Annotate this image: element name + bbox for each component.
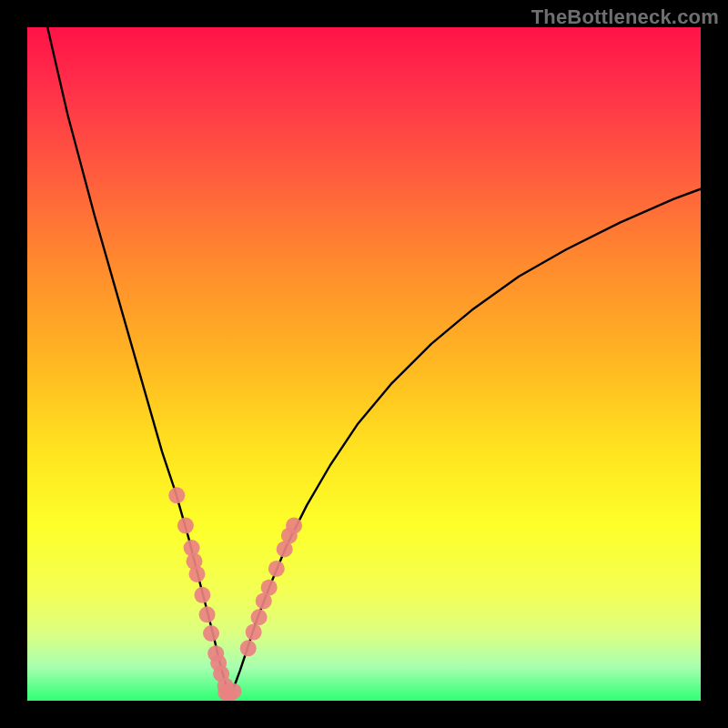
plot-area	[27, 27, 701, 701]
point-points-right	[246, 624, 262, 641]
point-points-left	[188, 566, 205, 582]
point-points-left	[194, 587, 210, 603]
chart-svg	[27, 27, 701, 701]
chart-container: TheBottleneck.com	[0, 0, 728, 728]
point-points-left	[184, 540, 200, 556]
point-points-left	[199, 606, 216, 622]
point-points-right	[251, 609, 268, 625]
watermark-text: TheBottleneck.com	[531, 5, 719, 29]
point-points-right	[286, 518, 302, 534]
point-points-left	[168, 487, 185, 503]
series-curve	[47, 27, 701, 694]
point-points-bottom	[225, 683, 241, 700]
point-points-left	[177, 518, 194, 534]
point-points-left	[203, 625, 219, 642]
point-points-right	[268, 561, 285, 577]
point-points-right	[240, 640, 257, 656]
point-points-right	[261, 580, 278, 596]
